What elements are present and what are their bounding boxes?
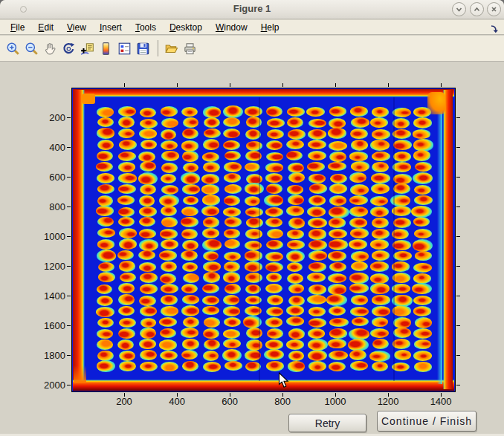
well-dot bbox=[119, 140, 137, 150]
well-dot bbox=[392, 129, 411, 139]
y-axis-tick bbox=[456, 147, 460, 148]
well-dot bbox=[96, 206, 114, 216]
well-dot bbox=[265, 262, 283, 273]
well-dot bbox=[287, 185, 304, 195]
well-dot bbox=[329, 118, 346, 128]
minimize-button[interactable] bbox=[452, 2, 466, 16]
print-button[interactable] bbox=[181, 40, 198, 56]
well-dot bbox=[392, 339, 410, 348]
well-dot bbox=[372, 162, 389, 172]
well-dot bbox=[265, 317, 282, 328]
save-button[interactable] bbox=[135, 40, 151, 56]
colorbar-button[interactable] bbox=[97, 40, 114, 56]
well-dot bbox=[267, 295, 283, 306]
well-dot bbox=[140, 119, 158, 128]
x-axis-tick-label: 200 bbox=[106, 396, 143, 407]
well-dot bbox=[201, 184, 219, 195]
mouse-cursor-icon bbox=[278, 372, 289, 391]
y-axis-tick-label: 1600 bbox=[31, 319, 65, 331]
well-dot bbox=[329, 183, 347, 195]
zoom-out-button[interactable] bbox=[23, 40, 39, 56]
well-dot bbox=[308, 250, 327, 261]
well-dot bbox=[264, 195, 283, 207]
well-dot bbox=[288, 328, 305, 339]
well-dot bbox=[202, 152, 219, 162]
well-dot bbox=[161, 129, 176, 140]
well-dot bbox=[349, 206, 369, 217]
well-dot bbox=[308, 129, 327, 140]
well-dot bbox=[414, 195, 433, 206]
rotate-3d-button[interactable] bbox=[60, 40, 77, 56]
menu-desktop[interactable]: Desktop bbox=[168, 22, 204, 33]
well-dot bbox=[138, 172, 158, 185]
y-axis-tick-label: 800 bbox=[31, 201, 65, 212]
well-dot bbox=[97, 128, 114, 139]
data-cursor-icon bbox=[80, 42, 94, 56]
menu-view[interactable]: View bbox=[65, 22, 88, 33]
close-button[interactable] bbox=[487, 2, 501, 16]
well-dot bbox=[352, 317, 369, 327]
plate-corner-top-left bbox=[82, 94, 95, 104]
plate-cyan-strip bbox=[437, 93, 442, 384]
y-axis-tick bbox=[456, 117, 460, 118]
well-dot bbox=[415, 162, 432, 172]
x-axis-tick bbox=[335, 83, 336, 87]
well-dot bbox=[182, 184, 200, 195]
print-icon bbox=[183, 42, 197, 56]
well-dot bbox=[182, 128, 198, 139]
maximize-button[interactable] bbox=[470, 2, 484, 16]
well-dot bbox=[224, 261, 240, 272]
menu-help[interactable]: Help bbox=[259, 22, 281, 33]
well-dot bbox=[265, 339, 283, 350]
well-dot bbox=[370, 117, 388, 128]
well-dot bbox=[413, 306, 431, 316]
window-title: Figure 1 bbox=[0, 3, 504, 14]
open-folder-button[interactable] bbox=[163, 40, 179, 56]
figure-window: Figure 1 File Edit View Insert Tools Des… bbox=[0, 0, 504, 436]
well-dot bbox=[97, 173, 114, 183]
well-dot bbox=[224, 284, 242, 294]
retry-button[interactable]: Retry bbox=[288, 414, 366, 432]
y-axis-tick-label: 400 bbox=[31, 141, 65, 152]
well-dot bbox=[370, 283, 390, 294]
well-dot bbox=[328, 273, 346, 283]
dock-figure-icon[interactable] bbox=[490, 23, 499, 36]
well-dot bbox=[413, 239, 433, 252]
well-dot bbox=[182, 295, 200, 305]
well-dot bbox=[117, 250, 134, 260]
x-axis-tick bbox=[282, 83, 283, 87]
well-dot bbox=[138, 152, 155, 163]
well-dot bbox=[97, 217, 114, 227]
pan-button[interactable] bbox=[42, 40, 58, 56]
menu-window[interactable]: Window bbox=[214, 22, 249, 33]
well-dot bbox=[370, 140, 390, 151]
well-dot bbox=[349, 195, 368, 205]
well-dot bbox=[97, 195, 114, 206]
well-dot bbox=[308, 218, 326, 228]
data-cursor-button[interactable] bbox=[79, 40, 95, 56]
well-dot bbox=[97, 151, 114, 161]
well-dot bbox=[413, 273, 431, 284]
y-axis-tick bbox=[456, 385, 460, 385]
menu-tools[interactable]: Tools bbox=[134, 22, 158, 33]
continue-finish-button[interactable]: Continue / Finish bbox=[377, 411, 476, 432]
well-dot bbox=[161, 106, 178, 117]
well-dot bbox=[349, 172, 366, 183]
well-dot bbox=[307, 273, 326, 283]
zoom-in-button[interactable] bbox=[4, 40, 21, 56]
plot-axes[interactable] bbox=[71, 88, 456, 392]
well-dot bbox=[224, 317, 241, 327]
menu-file[interactable]: File bbox=[9, 22, 26, 33]
legend-button[interactable] bbox=[116, 40, 132, 56]
figure-canvas: 2004006008001000120014002004006008001000… bbox=[0, 62, 504, 436]
menu-edit[interactable]: Edit bbox=[36, 22, 55, 33]
menu-insert[interactable]: Insert bbox=[98, 22, 123, 33]
y-axis-tick-label: 1400 bbox=[31, 290, 65, 301]
well-dot bbox=[351, 140, 368, 151]
image-seam bbox=[393, 97, 395, 381]
well-dot bbox=[286, 206, 304, 216]
y-axis-tick bbox=[456, 236, 460, 237]
plate-corner-bottom-left bbox=[74, 365, 86, 383]
well-dot bbox=[265, 284, 282, 294]
well-dot bbox=[161, 206, 177, 216]
